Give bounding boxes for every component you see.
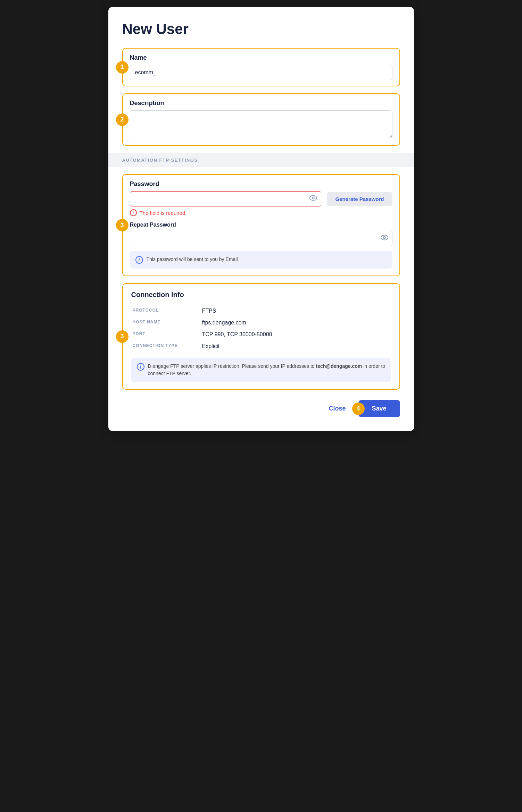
port-label: PORT	[131, 329, 201, 340]
protocol-value: FTPS	[201, 305, 391, 317]
table-row: PORT TCP 990, TCP 30000-50000	[131, 329, 391, 340]
badge-3: 3	[116, 219, 129, 231]
page-title: New User	[122, 21, 400, 37]
table-row: HOST NAME ftps.dengage.com	[131, 317, 391, 329]
svg-point-0	[310, 196, 317, 201]
info-icon: i	[135, 256, 143, 264]
table-row: CONNECTION TYPE Explicit	[131, 340, 391, 352]
password-label: Password	[130, 180, 392, 188]
connection-title: Connection Info	[131, 291, 391, 299]
generate-password-button[interactable]: Generate Password	[327, 192, 392, 206]
protocol-label: PROTOCOL	[131, 305, 201, 317]
connection-table: PROTOCOL FTPS HOST NAME ftps.dengage.com…	[131, 305, 391, 352]
name-input[interactable]	[130, 65, 392, 80]
repeat-password-input-wrap	[130, 231, 392, 246]
connection-type-value: Explicit	[201, 340, 391, 352]
badge-3b: 3	[116, 330, 129, 343]
close-button[interactable]: Close	[323, 401, 351, 416]
repeat-password-eye-icon[interactable]	[381, 235, 388, 242]
tech-email: tech@dengage.com	[316, 363, 362, 369]
repeat-password-input[interactable]	[130, 231, 392, 246]
connection-type-label: CONNECTION TYPE	[131, 340, 201, 352]
description-field-group: Description	[122, 93, 400, 146]
email-info-box: i This password will be sent to you by E…	[130, 251, 392, 269]
ftp-divider: AUTOMATION FTP SETTINGS	[108, 153, 414, 167]
password-eye-icon[interactable]	[309, 195, 317, 203]
svg-point-2	[381, 235, 388, 240]
description-section: 2 Description	[122, 93, 400, 146]
badge-2: 2	[116, 113, 129, 126]
password-row: Generate Password	[130, 191, 392, 206]
connection-info-box: i D·engage FTP server applies IP restric…	[131, 358, 391, 382]
password-section: 3 Password Generate Password ! The f	[122, 174, 400, 276]
password-input[interactable]	[130, 191, 322, 206]
name-section: 1 Name	[122, 48, 400, 86]
ftp-heading: AUTOMATION FTP SETTINGS	[122, 158, 198, 163]
svg-point-1	[312, 197, 314, 199]
badge-4: 4	[352, 403, 365, 415]
password-error: ! The field is required	[130, 209, 392, 216]
connection-info-text: D·engage FTP server applies IP restricti…	[148, 363, 386, 377]
password-field-group: Password Generate Password ! The field i…	[122, 174, 400, 276]
connection-info-icon: i	[137, 363, 144, 371]
badge-1: 1	[116, 61, 129, 74]
table-row: PROTOCOL FTPS	[131, 305, 391, 317]
new-user-modal: New User 1 Name 2 Description AUTOMATION…	[108, 7, 414, 431]
description-label: Description	[130, 100, 392, 107]
error-text: The field is required	[140, 210, 185, 216]
footer: Close 4 Save	[122, 400, 400, 417]
hostname-label: HOST NAME	[131, 317, 201, 329]
svg-point-3	[383, 237, 386, 239]
password-input-wrap	[130, 191, 322, 206]
hostname-value: ftps.dengage.com	[201, 317, 391, 329]
email-info-text: This password will be sent to you by Ema…	[147, 256, 238, 263]
save-button-wrap: 4 Save	[358, 400, 400, 417]
name-field-group: Name	[122, 48, 400, 86]
port-value: TCP 990, TCP 30000-50000	[201, 329, 391, 340]
description-input[interactable]	[130, 110, 392, 138]
save-button[interactable]: Save	[358, 400, 400, 417]
error-icon: !	[130, 209, 137, 216]
name-label: Name	[130, 54, 392, 61]
repeat-password-label: Repeat Password	[130, 222, 392, 228]
connection-info-group: Connection Info PROTOCOL FTPS HOST NAME …	[122, 283, 400, 390]
connection-section: 3 Connection Info PROTOCOL FTPS HOST NAM…	[122, 283, 400, 390]
